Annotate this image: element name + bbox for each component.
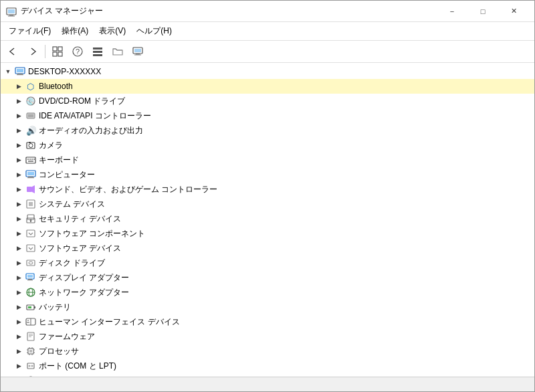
- tree-root[interactable]: ▼ DESKTOP-XXXXXX: [1, 64, 534, 79]
- list-item[interactable]: ▶ バッテリ: [1, 300, 534, 314]
- svg-text:🔊: 🔊: [26, 125, 36, 136]
- list-item[interactable]: ▶ IDE ATA/ATAPI コントローラー: [1, 108, 534, 123]
- device-tree[interactable]: ▼ DESKTOP-XXXXXX ▶ ⬡: [1, 63, 534, 377]
- expand-icon[interactable]: ▶: [13, 110, 25, 122]
- list-item[interactable]: ▶ プロセッサ: [1, 344, 534, 359]
- item-label: プロセッサ: [39, 346, 79, 357]
- minimize-button[interactable]: −: [437, 1, 467, 22]
- dvd-icon: 💿: [25, 95, 37, 107]
- title-bar-left: デバイス マネージャー: [6, 5, 103, 17]
- item-label: IDE ATA/ATAPI コントローラー: [39, 110, 151, 122]
- list-item[interactable]: ▶ サウンド、ビデオ、およびゲーム コントローラー: [1, 182, 534, 197]
- forward-icon: [27, 45, 39, 58]
- list-item[interactable]: ▶ 💿 DVD/CD-ROM ドライブ: [1, 94, 534, 108]
- list-item[interactable]: ▶ ディスプレイ アダプター: [1, 270, 534, 285]
- menu-item-A[interactable]: 操作(A): [56, 23, 94, 39]
- item-label: ヒューマン インターフェイス デバイス: [39, 316, 180, 328]
- list-item[interactable]: ▶ 🔊 オーディオの入力および出力: [1, 123, 534, 138]
- svg-rect-55: [27, 275, 33, 278]
- item-label: カメラ: [39, 140, 63, 151]
- expand-icon[interactable]: ▶: [13, 154, 25, 166]
- expand-icon[interactable]: ▶: [13, 257, 25, 269]
- menu-bar: ファイル(F)操作(A)表示(V)ヘルプ(H): [1, 22, 534, 41]
- list-item[interactable]: ▶ システム デバイス: [1, 197, 534, 211]
- folder-icon: [112, 45, 124, 58]
- svg-rect-51: [27, 245, 35, 252]
- camera-icon: [25, 139, 37, 151]
- list-item[interactable]: ▶ ヒューマン インターフェイス デバイス: [1, 314, 534, 329]
- svg-rect-3: [8, 15, 15, 16]
- svg-rect-40: [28, 177, 33, 177]
- help-button[interactable]: ?: [68, 43, 87, 60]
- folder-button[interactable]: [108, 43, 127, 60]
- expand-icon[interactable]: ▶: [13, 330, 25, 342]
- expand-icon[interactable]: ▶: [13, 198, 25, 210]
- processor-icon: [25, 345, 37, 357]
- list-item[interactable]: ▶ ソフトウェア コンポーネント: [1, 226, 534, 241]
- expand-icon[interactable]: ▶: [13, 227, 25, 239]
- svg-rect-49: [30, 221, 31, 222]
- grid-view-button-2[interactable]: [88, 43, 107, 60]
- expand-icon[interactable]: ▶: [13, 213, 25, 225]
- list-item[interactable]: ▶ コンピューター: [1, 167, 534, 182]
- expand-icon[interactable]: ▶: [13, 124, 25, 136]
- status-bar: [1, 377, 534, 391]
- list-item[interactable]: ▶ キーボード: [1, 153, 534, 167]
- toolbar: ?: [1, 41, 534, 63]
- expand-icon[interactable]: ▶: [13, 360, 25, 372]
- content-area: ▼ DESKTOP-XXXXXX ▶ ⬡: [1, 63, 534, 377]
- svg-rect-11: [93, 51, 102, 53]
- expand-icon[interactable]: ▶: [13, 272, 25, 284]
- list-item[interactable]: ▶ ネットワーク アダプター: [1, 285, 534, 300]
- expand-icon[interactable]: ▶: [13, 95, 25, 107]
- menu-item-H[interactable]: ヘルプ(H): [131, 23, 177, 39]
- back-button[interactable]: [3, 43, 22, 60]
- item-label: システム デバイス: [39, 199, 105, 210]
- root-expand-icon[interactable]: ▼: [2, 66, 14, 78]
- computer-icon: [25, 169, 37, 181]
- expand-icon[interactable]: ▶: [13, 139, 25, 151]
- maximize-button[interactable]: □: [467, 1, 498, 22]
- list-item[interactable]: ▶ ポート (COM と LPT): [1, 359, 534, 373]
- grid-view-button-1[interactable]: [48, 43, 67, 60]
- list-item[interactable]: ▶ セキュリティ デバイス: [1, 211, 534, 226]
- expand-icon[interactable]: ▶: [13, 80, 25, 92]
- svg-rect-70: [29, 335, 33, 336]
- ide-icon: [25, 110, 37, 122]
- svg-rect-15: [136, 54, 140, 55]
- item-label: コンピューター: [39, 169, 95, 181]
- list-item[interactable]: ▶ ディスク ドライブ: [1, 256, 534, 270]
- menu-item-V[interactable]: 表示(V): [94, 23, 131, 39]
- item-label: ディスク ドライブ: [39, 258, 105, 269]
- svg-point-83: [29, 365, 31, 367]
- svg-rect-20: [17, 74, 23, 75]
- svg-rect-32: [26, 157, 35, 163]
- expand-icon[interactable]: ▶: [13, 169, 25, 181]
- firmware-icon: [25, 330, 37, 342]
- svg-rect-27: [28, 114, 33, 117]
- list-item[interactable]: ▶ ⬡ Bluetooth: [1, 79, 534, 94]
- list-item[interactable]: ▶ ファームウェア: [1, 329, 534, 344]
- monitor-icon: [132, 45, 144, 58]
- list-item[interactable]: ▶ カメラ: [1, 138, 534, 153]
- svg-rect-5: [58, 47, 62, 51]
- close-button[interactable]: ✕: [498, 1, 529, 22]
- expand-icon[interactable]: ▶: [13, 286, 25, 298]
- svg-point-84: [31, 365, 33, 367]
- expand-icon[interactable]: ▶: [13, 301, 25, 313]
- svg-rect-19: [17, 74, 23, 74]
- back-icon: [7, 45, 19, 58]
- item-label: ソフトウェア デバイス: [39, 243, 121, 254]
- expand-icon[interactable]: ▶: [13, 316, 25, 328]
- expand-icon[interactable]: ▶: [13, 242, 25, 254]
- expand-icon[interactable]: ▶: [13, 345, 25, 357]
- monitor-button[interactable]: [128, 43, 147, 60]
- svg-rect-6: [53, 52, 57, 56]
- forward-button[interactable]: [23, 43, 42, 60]
- expand-icon[interactable]: ▶: [13, 183, 25, 195]
- svg-rect-45: [29, 202, 33, 206]
- menu-item-F[interactable]: ファイル(F): [3, 23, 56, 39]
- svg-rect-39: [27, 172, 34, 175]
- list-item[interactable]: ▶ ソフトウェア デバイス: [1, 241, 534, 256]
- item-label: ソフトウェア コンポーネント: [39, 228, 145, 239]
